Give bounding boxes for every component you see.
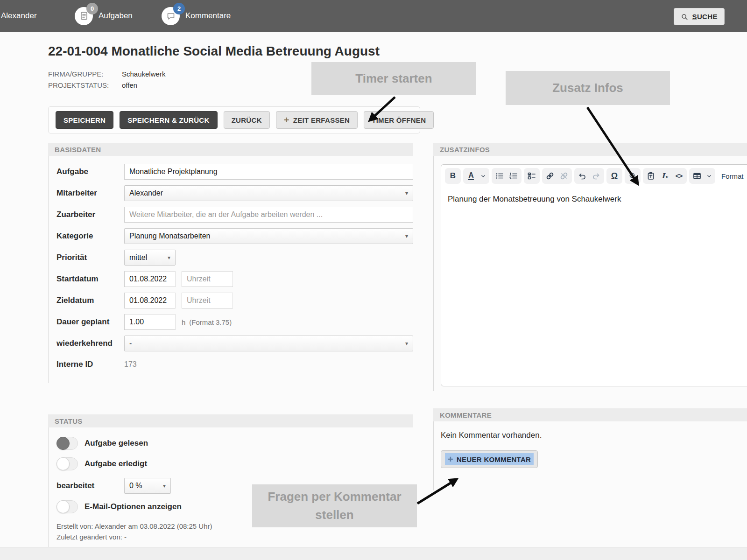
zieldatum-input[interactable] xyxy=(124,293,176,308)
caret-down-icon: ▾ xyxy=(405,233,408,239)
code-icon: <> xyxy=(676,172,682,180)
annotation-zusatz-infos: Zusatz Infos xyxy=(506,71,670,105)
field-row-wiederkehrend: wiederkehrend - ▾ xyxy=(56,336,413,351)
clear-format-icon: Iₓ xyxy=(662,172,668,180)
find-replace-button[interactable] xyxy=(626,169,640,183)
redo-button[interactable] xyxy=(589,169,603,183)
clipboard-icon xyxy=(647,172,655,180)
basisdaten-section: BASISDATEN Aufgabe Mitarbeiter Alexander… xyxy=(48,143,413,383)
startdatum-uhrzeit-input[interactable] xyxy=(182,271,233,287)
zuarbeiter-input[interactable] xyxy=(124,207,413,223)
nav-kommentare[interactable]: 2 Kommentare xyxy=(162,0,231,32)
startdatum-input[interactable] xyxy=(124,271,176,287)
basisdaten-header: BASISDATEN xyxy=(48,143,413,156)
editor-toolbar: B A Ω xyxy=(441,165,747,187)
kommentare-badge: 2 xyxy=(173,3,185,14)
unlink-icon xyxy=(560,172,568,180)
basisdaten-body: Aufgabe Mitarbeiter Alexander ▾ Zuarbeit… xyxy=(48,156,413,383)
neuer-kommentar-label: NEUER KOMMENTAR xyxy=(457,455,531,463)
undo-button[interactable] xyxy=(575,169,589,183)
field-row-dauer: Dauer geplant h (Format 3.75) xyxy=(56,314,413,330)
font-color-button[interactable]: A xyxy=(464,169,478,183)
toggle-knob xyxy=(56,437,70,450)
table-icon xyxy=(693,172,701,180)
timer-oeffnen-button[interactable]: TIMER ÖFFNEN xyxy=(364,111,434,129)
status-header: STATUS xyxy=(48,414,413,427)
unlink-button[interactable] xyxy=(557,169,571,183)
bearbeitet-select-value: 0 % xyxy=(129,482,159,490)
table-dropdown[interactable] xyxy=(704,169,714,183)
nav-kommentare-label: Kommentare xyxy=(185,11,231,21)
prioritaet-select[interactable]: mittel ▾ xyxy=(124,250,176,266)
search-button[interactable]: SUCHE xyxy=(674,8,725,25)
field-row-interne-id: Interne ID 173 xyxy=(56,360,413,369)
bold-button[interactable]: B xyxy=(446,169,460,183)
kommentare-section: KOMMENTARE Kein Kommentar vorhanden. + N… xyxy=(433,408,747,490)
source-code-button[interactable]: <> xyxy=(672,169,686,183)
caret-down-icon: ▾ xyxy=(405,190,408,196)
field-row-zuarbeiter: Zuarbeiter xyxy=(56,207,413,223)
redo-icon xyxy=(592,172,600,180)
neuer-kommentar-button[interactable]: + NEUER KOMMENTAR xyxy=(441,450,538,468)
startdatum-label: Startdatum xyxy=(56,274,124,284)
prioritaet-select-value: mittel xyxy=(129,253,164,262)
aufgabe-gelesen-toggle[interactable] xyxy=(56,437,78,450)
aufgabe-label: Aufgabe xyxy=(56,167,124,176)
dauer-suffix: h xyxy=(182,318,185,326)
zieldatum-uhrzeit-input[interactable] xyxy=(182,293,233,308)
dauer-input[interactable] xyxy=(124,314,176,330)
nav-aufgaben[interactable]: 0 Aufgaben xyxy=(75,0,133,32)
toggle-row-erledigt: Aufgabe erledigt xyxy=(56,457,413,470)
zurueck-button[interactable]: ZURÜCK xyxy=(224,111,270,129)
aufgabe-erledigt-toggle[interactable] xyxy=(56,457,78,470)
email-optionen-toggle[interactable] xyxy=(56,500,78,513)
wiederkehrend-select[interactable]: - ▾ xyxy=(124,336,413,351)
aufgabe-input[interactable] xyxy=(124,164,413,180)
speichern-zurueck-button[interactable]: SPEICHERN & ZURÜCK xyxy=(120,111,217,129)
selection-highlight: + NEUER KOMMENTAR xyxy=(445,453,534,465)
zusatzinfos-header: ZUSATZINFOS xyxy=(433,143,747,156)
ordered-list-icon xyxy=(509,172,518,180)
format-dropdown[interactable]: Format xyxy=(718,169,747,183)
firma-gruppe-label: FIRMA/GRUPPE: xyxy=(48,70,122,78)
topbar: Alexander 0 Aufgaben 2 Kommentare SUCHE xyxy=(0,0,747,32)
toggle-knob xyxy=(56,457,70,470)
interne-id-value: 173 xyxy=(124,360,137,369)
bullet-list-button[interactable] xyxy=(493,169,507,183)
omega-icon: Ω xyxy=(611,171,618,181)
editor-content[interactable]: Planung der Monatsbetreuung von Schaukel… xyxy=(441,187,747,211)
user-menu[interactable]: Alexander xyxy=(1,0,37,32)
font-color-icon: A xyxy=(468,172,474,180)
zeit-erfassen-label: ZEIT ERFASSEN xyxy=(293,116,350,124)
field-row-prioritaet: Priorität mittel ▾ xyxy=(56,250,413,266)
zieldatum-label: Zieldatum xyxy=(56,296,124,305)
kategorie-label: Kategorie xyxy=(56,231,124,241)
caret-down-icon: ▾ xyxy=(163,483,166,489)
zeit-erfassen-button[interactable]: + ZEIT ERFASSEN xyxy=(276,111,358,129)
paste-text-button[interactable] xyxy=(644,169,658,183)
font-color-dropdown[interactable] xyxy=(478,169,488,183)
bearbeitet-select[interactable]: 0 % ▾ xyxy=(124,478,171,494)
link-button[interactable] xyxy=(543,169,557,183)
dauer-label: Dauer geplant xyxy=(56,317,124,327)
zuarbeiter-label: Zuarbeiter xyxy=(56,210,124,219)
kategorie-select[interactable]: Planung Monatsarbeiten ▾ xyxy=(124,228,413,244)
tasks-icon-wrap: 0 xyxy=(75,7,93,25)
toggle-row-gelesen: Aufgabe gelesen xyxy=(56,437,413,450)
status-section: STATUS Aufgabe gelesen Aufgabe erledigt … xyxy=(48,414,413,552)
clear-format-button[interactable]: Iₓ xyxy=(658,169,672,183)
speichern-button[interactable]: SPEICHERN xyxy=(56,111,113,129)
page-bottom-strip xyxy=(0,547,747,560)
bold-icon: B xyxy=(450,171,456,181)
table-button[interactable] xyxy=(690,169,704,183)
search-button-label: SUCHE xyxy=(692,13,718,21)
special-char-button[interactable]: Ω xyxy=(607,169,621,183)
ordered-list-button[interactable] xyxy=(507,169,521,183)
task-list-button[interactable] xyxy=(525,169,539,183)
plus-icon: + xyxy=(448,455,453,464)
mitarbeiter-select[interactable]: Alexander ▾ xyxy=(124,185,413,201)
field-row-startdatum: Startdatum xyxy=(56,271,413,287)
magnifier-icon xyxy=(628,172,637,180)
comments-icon-wrap: 2 xyxy=(162,7,180,25)
caret-down-icon: ▾ xyxy=(168,254,170,261)
